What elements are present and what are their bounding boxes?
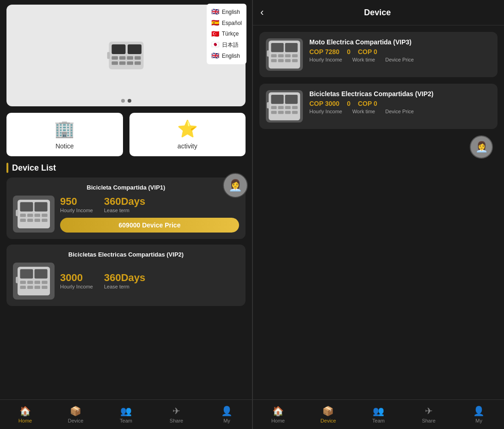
right-support-avatar[interactable]: 👩‍💼 <box>470 135 493 159</box>
lang-english2[interactable]: 🇬🇧 English <box>211 50 242 61</box>
svg-rect-46 <box>292 59 298 62</box>
right-bottom-nav: 🏠 Home 📦 Device 👥 Team ✈ Share 👤 My <box>253 399 504 429</box>
device-name-2: Bicicletas Electricas Compartidas (VIP2) <box>13 251 239 258</box>
stat-lease-label-1: Lease term <box>104 208 145 213</box>
nav-my-right[interactable]: 👤 My <box>454 400 504 429</box>
stat-income-2: 3000 Hourly Income <box>60 272 93 289</box>
device-stats-1: 950 Hourly Income 360Days Lease term 609… <box>60 196 239 233</box>
right-devprice-1: COP 0 <box>358 48 377 56</box>
right-worktime-val-2: 0 <box>347 100 350 107</box>
lang-label-english1: English <box>222 7 240 17</box>
svg-rect-57 <box>285 111 291 114</box>
device-list-section: Device List 👩‍💼 Bicicleta Compartida (VI… <box>0 163 252 399</box>
svg-rect-52 <box>278 106 283 109</box>
back-button[interactable]: ‹ <box>260 6 264 18</box>
right-worktime-label-2: Work time <box>352 109 375 114</box>
nav-device-left[interactable]: 📦 Device <box>50 400 101 429</box>
stat-lease-val-2: 360Days <box>104 272 145 284</box>
home-label-left: Home <box>18 418 32 423</box>
team-label-left: Team <box>120 418 132 423</box>
device-stats-2: 3000 Hourly Income 360Days Lease term <box>60 272 239 290</box>
my-icon-right: 👤 <box>473 405 485 417</box>
svg-rect-49 <box>271 95 283 104</box>
language-selector[interactable]: 🇬🇧 English 🇪🇸 Español 🇹🇷 Türkçe 🇯🇵 日本語 🇬… <box>207 4 246 64</box>
notice-button[interactable]: 🏢 Notice <box>6 113 123 156</box>
nav-device-right[interactable]: 📦 Device <box>303 400 354 429</box>
carousel-dots <box>121 99 131 103</box>
device-img-1 <box>15 198 52 230</box>
lang-espanol[interactable]: 🇪🇸 Español <box>211 18 242 29</box>
nav-home-right[interactable]: 🏠 Home <box>253 400 303 429</box>
left-bottom-nav: 🏠 Home 📦 Device 👥 Team ✈ Share 👤 My <box>0 399 252 429</box>
share-label-right: Share <box>422 418 435 423</box>
svg-rect-23 <box>16 210 18 216</box>
home-icon-left: 🏠 <box>19 405 31 417</box>
right-devprice-val-2: COP 0 <box>358 100 377 107</box>
svg-rect-7 <box>111 61 118 65</box>
nav-share-right[interactable]: ✈ Share <box>404 400 454 429</box>
svg-rect-13 <box>20 202 33 211</box>
stat-income-label-1: Hourly Income <box>60 208 93 213</box>
svg-rect-22 <box>42 219 47 222</box>
svg-rect-9 <box>127 61 133 65</box>
stat-lease-1: 360Days Lease term <box>104 196 145 213</box>
right-device-card-1[interactable]: Moto Electrica Compartida (VIP3) COP 728… <box>259 32 498 77</box>
right-stat-row-2: COP 3000 0 COP 0 <box>309 99 491 108</box>
right-header: ‹ Device <box>253 0 504 25</box>
svg-rect-17 <box>35 214 40 217</box>
right-worktime-2: 0 <box>347 99 350 108</box>
right-worktime-1: 0 <box>347 48 350 56</box>
right-cop-val-1: COP 7280 <box>309 48 339 55</box>
right-devprice-label-2: Device Price <box>385 109 414 114</box>
activity-button[interactable]: ⭐ activity <box>129 113 246 156</box>
svg-rect-42 <box>292 54 298 57</box>
svg-rect-25 <box>20 269 33 278</box>
right-device-card-2[interactable]: Bicicletas Electricas Compartidas (VIP2)… <box>259 84 498 129</box>
flag-tr: 🇹🇷 <box>211 29 219 40</box>
nav-home-left[interactable]: 🏠 Home <box>0 400 50 429</box>
team-label-right: Team <box>372 418 385 423</box>
nav-share-left[interactable]: ✈ Share <box>151 400 202 429</box>
right-device-img-1 <box>266 39 302 70</box>
right-hourly-label-2: Hourly Income <box>309 109 342 114</box>
right-device-img-2 <box>266 91 302 122</box>
lang-english1[interactable]: 🇬🇧 English <box>211 6 242 18</box>
right-stat-row-1: COP 7280 0 COP 0 <box>309 48 491 56</box>
lang-label-japanese: 日本語 <box>222 40 239 49</box>
svg-rect-54 <box>292 106 298 109</box>
stat-income-1: 950 Hourly Income <box>60 196 93 213</box>
svg-rect-32 <box>27 286 33 289</box>
svg-rect-47 <box>267 50 269 57</box>
device-img-2 <box>15 265 52 297</box>
svg-rect-28 <box>27 281 33 284</box>
stat-row-2: 3000 Hourly Income 360Days Lease term <box>60 272 239 289</box>
right-worktime-val-1: 0 <box>347 48 350 55</box>
stat-income-val-2: 3000 <box>60 272 93 284</box>
team-icon-right: 👥 <box>373 405 384 417</box>
flag-uk2: 🇬🇧 <box>211 50 219 61</box>
dot-1[interactable] <box>121 99 125 103</box>
svg-rect-2 <box>128 44 141 54</box>
svg-rect-26 <box>35 269 48 278</box>
device-card-2[interactable]: Bicicletas Electricas Compartidas (VIP2) <box>6 245 246 306</box>
right-cop-1: COP 7280 <box>309 48 339 56</box>
price-button-1[interactable]: 609000 Device Price <box>60 218 239 233</box>
svg-rect-8 <box>119 61 126 65</box>
right-device-thumb-1 <box>266 38 303 71</box>
stat-lease-label-2: Lease term <box>104 284 145 289</box>
nav-team-right[interactable]: 👥 Team <box>353 400 404 429</box>
lang-japanese[interactable]: 🇯🇵 日本語 <box>211 39 242 50</box>
share-label-left: Share <box>170 418 183 423</box>
right-device-thumb-2 <box>266 90 303 123</box>
device-card-body-2: 3000 Hourly Income 360Days Lease term <box>13 263 239 300</box>
lang-label-turkce: Türkçe <box>222 29 239 38</box>
device-thumb-1 <box>13 196 55 233</box>
device-card-1[interactable]: 👩‍💼 Bicicleta Compartida (VIP1) <box>6 178 246 239</box>
right-cop-2: COP 3000 <box>309 99 339 108</box>
nav-team-left[interactable]: 👥 Team <box>101 400 151 429</box>
svg-rect-10 <box>135 61 141 65</box>
lang-turkce[interactable]: 🇹🇷 Türkçe <box>211 29 242 40</box>
nav-my-left[interactable]: 👤 My <box>202 400 252 429</box>
svg-rect-53 <box>285 106 291 109</box>
dot-2[interactable] <box>128 99 131 103</box>
